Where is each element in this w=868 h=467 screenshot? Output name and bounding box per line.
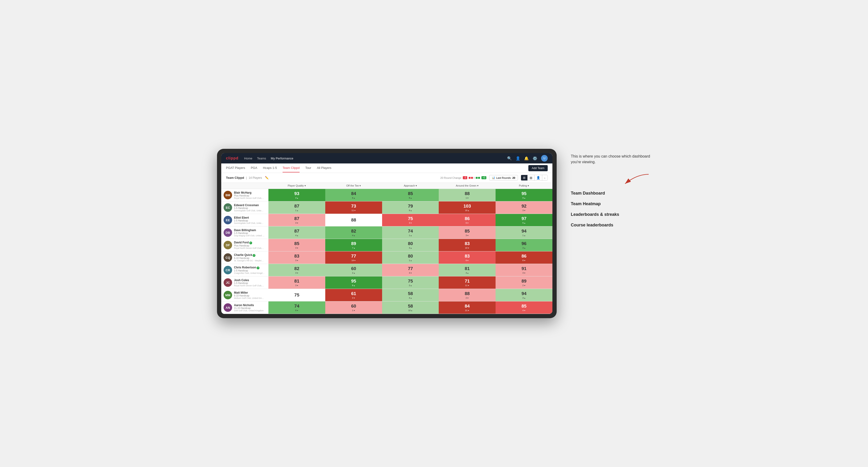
score-delta: 3▼ [522,272,526,274]
player-name[interactable]: Chris Robertson✓ [234,266,265,269]
col-putting[interactable]: Putting ▾ [496,184,552,187]
player-name[interactable]: Edward Crossman [234,204,265,207]
dash-option-3[interactable]: Course leaderboards [571,223,651,228]
search-icon[interactable]: 🔍 [507,156,512,161]
player-name[interactable]: Dave Billingham [234,228,265,232]
score-delta: 21▼ [465,309,469,312]
table-row[interactable]: MM Matt Miller 6-10 Handicap Woburn Golf… [221,289,552,302]
table-row[interactable]: JC Josh Coles 1-5 Handicap Royal North D… [221,276,552,289]
view-download-button[interactable]: ↓ [542,175,548,181]
last-rounds-label: Last Rounds: [496,177,512,179]
player-name[interactable]: Blair McHarg [234,191,265,194]
player-name[interactable]: David Ford✓ [234,241,265,244]
col-approach[interactable]: Approach ▾ [382,184,439,187]
subnav-team-clippd[interactable]: Team Clippd [283,164,300,173]
player-name[interactable]: Josh Coles [234,279,265,282]
score-cell-6-0: 82 3▼ [269,264,325,276]
table-row[interactable]: AN Aaron Nicholls 11-15 Handicap Drift G… [221,302,552,314]
bell-icon[interactable]: 🔔 [524,156,529,161]
nav-teams[interactable]: Teams [257,156,266,161]
subnav-pgat[interactable]: PGAT Players [226,164,245,173]
player-details: Aaron Nicholls 11-15 Handicap Drift Golf… [234,304,264,312]
player-info: BM Blair McHarg Plus Handicap Royal Nort… [221,189,269,201]
score-value: 87 [294,204,299,209]
app-logo[interactable]: clippd [226,156,239,160]
table-row[interactable]: CR Chris Robertson✓ 1-5 Handicap Craigmi… [221,264,552,276]
subnav-all-players[interactable]: All Players [317,164,331,173]
player-club: Gog Magog Golf Club, United Kingdom [234,235,265,237]
player-club: Royal North Devon Golf Club, United King… [234,247,265,249]
score-value: 88 [351,217,356,223]
score-delta: 3▼ [295,222,299,224]
score-cell-1-0: 87 1▲ [269,201,325,214]
table-row[interactable]: DF David Ford✓ Plus Handicap Royal North… [221,239,552,251]
table-row[interactable]: EC Edward Crossman 1-5 Handicap Sunningd… [221,201,552,214]
nav-home[interactable]: Home [244,156,252,161]
player-name[interactable]: Elliot Ebert [234,216,265,219]
subnav-pga[interactable]: PGA [251,164,257,173]
score-value: 77 [351,253,356,259]
score-cell-9-1: 60 1▼ [325,302,382,314]
dash-option-2[interactable]: Leaderboards & streaks [571,212,651,217]
score-cell-6-4: 91 3▼ [496,264,552,276]
subnav-tour[interactable]: Tour [305,164,311,173]
score-cell-8-3: 88 2▼ [439,289,496,301]
subnav-hcaps[interactable]: Hcaps 1-5 [263,164,277,173]
sub-nav: PGAT Players PGA Hcaps 1-5 Team Clippd T… [221,163,552,173]
view-person-button[interactable]: 👤 [534,175,542,181]
player-info: JC Josh Coles 1-5 Handicap Royal North D… [221,277,269,288]
team-name: Team Clippd [226,176,244,180]
score-cell-4-0: 85 3▼ [269,239,325,251]
team-separator: | [246,176,247,180]
table-row[interactable]: EE Elliot Ebert 1-5 Handicap Sunningdale… [221,214,552,226]
player-name[interactable]: Charlie Quick✓ [234,253,265,257]
user-avatar[interactable]: U [541,155,548,161]
view-heatmap-button[interactable]: ▦ [528,175,534,181]
score-value: 94 [522,291,526,296]
score-cell-5-2: 80 1▲ [382,251,439,264]
score-delta: 6▲ [352,197,355,199]
score-cell-6-2: 77 3▼ [382,264,439,276]
score-value: 84 [465,304,470,309]
player-name[interactable]: Aaron Nicholls [234,304,264,307]
score-value: 89 [351,241,356,246]
score-value: 85 [408,191,413,196]
score-cell-5-3: 83 6▼ [439,251,496,264]
team-player-count: 14 Players [249,176,262,180]
dash-option-1[interactable]: Team Heatmap [571,201,651,206]
add-team-button[interactable]: Add Team [528,165,548,171]
nav-my-performance[interactable]: My Performance [271,156,293,161]
edit-icon[interactable]: ✏️ [265,176,269,180]
player-avatar: CR [224,266,232,274]
table-row[interactable]: CQ Charlie Quick✓ 6-10 Handicap St. Geor… [221,251,552,264]
player-handicap: 6-10 Handicap [234,294,265,297]
score-cell-1-4: 92 3▼ [496,201,552,214]
score-value: 96 [522,241,526,246]
table-row[interactable]: DB Dave Billingham 1-5 Handicap Gog Mago… [221,226,552,239]
dash-option-0[interactable]: Team Dashboard [571,191,651,196]
round-change-label: 20 Round Change [440,177,461,179]
view-grid-button[interactable]: ⊞ [521,175,528,181]
player-details: Blair McHarg Plus Handicap Royal North D… [234,191,265,199]
score-value: 97 [522,216,526,221]
score-delta: 3▼ [522,209,526,212]
score-delta: 3▼ [466,234,469,237]
score-value: 83 [465,241,470,246]
col-off-tee[interactable]: Off the Tee ▾ [325,184,382,187]
verified-icon: ✓ [257,267,259,269]
score-delta: 3▼ [409,272,412,274]
settings-icon[interactable]: ⚙️ [533,156,537,161]
score-delta: 15▲ [465,209,469,212]
score-delta: 4▲ [295,197,299,199]
last-rounds-button[interactable]: 📊 Last Rounds: 20 [489,175,518,181]
col-player-quality[interactable]: Player Quality ▾ [269,184,325,187]
player-name[interactable]: Matt Miller [234,291,265,294]
score-cell-3-0: 87 4▲ [269,226,325,239]
profile-icon[interactable]: 👤 [516,156,520,161]
col-around-green[interactable]: Around the Green ▾ [439,184,496,187]
score-cell-8-1: 61 3▼ [325,289,382,301]
tablet-screen: clippd Home Teams My Performance 🔍 👤 🔔 ⚙… [221,153,552,314]
table-row[interactable]: BM Blair McHarg Plus Handicap Royal Nort… [221,189,552,201]
player-club: St. George's Hill GC - Weybridge, Surrey… [234,259,265,262]
score-cells: 87 4▲ 82 4▲ 74 1▲ 85 3▼ 94 1▲ [269,226,552,239]
